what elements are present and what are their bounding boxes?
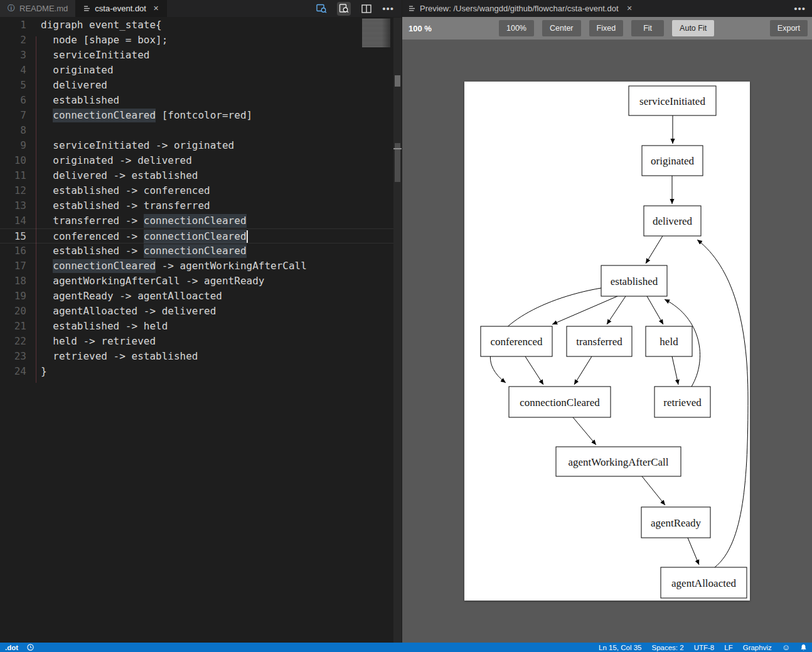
code-line: 3 serviceInitiated (0, 48, 393, 63)
state-diagram: serviceInitiated originated delivered es… (464, 82, 750, 601)
edge-connectionCleared-agentWorkingAfterCall (573, 417, 596, 445)
cursor-position[interactable]: Ln 15, Col 35 (599, 644, 641, 651)
auto-fit-button[interactable]: Auto Fit (672, 20, 714, 36)
code-line: 23 retrieved -> established (0, 349, 393, 364)
edge-agentWorkingAfterCall-agentReady (642, 476, 665, 505)
svg-text:established: established (611, 275, 658, 287)
edge-conferenced-connectionCleared (525, 356, 543, 385)
tab-readme[interactable]: ⓘ README.md (0, 0, 76, 17)
edge-established-held (647, 296, 663, 324)
eol-setting[interactable]: LF (724, 644, 732, 651)
indentation-setting[interactable]: Spaces: 2 (652, 644, 684, 651)
code-line: 13 established -> transferred (0, 198, 393, 213)
svg-text:originated: originated (651, 155, 694, 167)
node-serviceInitiated: serviceInitiated (629, 86, 716, 115)
editor-scrollbar[interactable] (393, 18, 402, 643)
file-type-indicator[interactable]: .dot (5, 644, 18, 651)
svg-text:delivered: delivered (653, 215, 693, 227)
code-line: 5 delivered (0, 78, 393, 93)
node-held: held (646, 326, 692, 356)
preview-toolbar-buttons: 100% Center Fixed Fit Auto Fit (499, 20, 714, 36)
more-actions-icon[interactable]: ••• (382, 6, 394, 12)
zoom-level-label: 100 % (409, 17, 432, 40)
code-line: 9 serviceInitiated -> originated (0, 138, 393, 153)
clock-icon[interactable] (27, 644, 34, 651)
code-line: 11 delivered -> established (0, 168, 393, 183)
close-preview-icon[interactable]: ✕ (627, 4, 633, 13)
notifications-bell-icon[interactable] (800, 644, 807, 651)
language-mode[interactable]: Graphviz (743, 644, 772, 651)
export-button[interactable]: Export (770, 20, 808, 36)
open-preview-icon[interactable] (314, 2, 328, 16)
node-agentWorkingAfterCall: agentWorkingAfterCall (556, 447, 681, 476)
node-connectionCleared: connectionCleared (509, 387, 611, 417)
preview-pane: Preview: /Users/wangdd/github/flowchar/c… (402, 0, 812, 643)
edge-held-retrieved (672, 356, 678, 385)
info-icon: ⓘ (8, 3, 15, 14)
node-transferred: transferred (567, 326, 632, 356)
tab-csta-event-dot[interactable]: csta-event.dot ✕ (76, 0, 167, 17)
code-line: 2 node [shape = box]; (0, 33, 393, 48)
code-line: 12 established -> conferenced (0, 183, 393, 198)
code-line: 21 established -> held (0, 319, 393, 334)
svg-text:held: held (660, 336, 678, 348)
code-editor[interactable]: 1digraph event_state{ 2 node [shape = bo… (0, 18, 393, 643)
code-line: 14 transferred -> connectionCleared (0, 213, 393, 228)
feedback-smiley-icon[interactable]: ☺ (782, 643, 790, 652)
code-line: 16 established -> connectionCleared (0, 243, 393, 259)
svg-text:transferred: transferred (576, 336, 622, 348)
status-bar: .dot Ln 15, Col 35 Spaces: 2 UTF-8 LF Gr… (0, 643, 812, 652)
svg-text:serviceInitiated: serviceInitiated (639, 95, 705, 107)
code-line: 20 agentAlloacted -> delivered (0, 304, 393, 319)
svg-text:agentReady: agentReady (651, 517, 702, 529)
preview-file-icon (409, 5, 415, 12)
code-line: 4 originated (0, 63, 393, 78)
svg-text:conferenced: conferenced (490, 336, 543, 348)
edge-transferred-connectionCleared (574, 356, 592, 385)
svg-text:agentAlloacted: agentAlloacted (671, 577, 736, 589)
center-button[interactable]: Center (542, 20, 581, 36)
fixed-button[interactable]: Fixed (589, 20, 624, 36)
editor-tab-bar: ⓘ README.md csta-event.dot ✕ (0, 0, 402, 17)
node-retrieved: retrieved (654, 387, 710, 417)
text-cursor (247, 230, 248, 243)
minimap[interactable] (362, 19, 390, 48)
code-line: 1digraph event_state{ (0, 18, 393, 33)
edge-established-conferenced (552, 296, 617, 324)
preview-toolbar: 100 % 100% Center Fixed Fit Auto Fit Exp… (402, 17, 812, 40)
code-line: 7 connectionCleared [fontcolor=red] (0, 108, 393, 123)
code-line: 18 agentWorkingAfterCall -> agentReady (0, 274, 393, 289)
preview-more-actions-icon[interactable]: ••• (794, 6, 806, 12)
preview-body[interactable]: serviceInitiated originated delivered es… (402, 40, 812, 643)
open-preview-side-icon[interactable] (337, 2, 351, 16)
close-tab-icon[interactable]: ✕ (153, 4, 159, 13)
code-line: 10 originated -> delivered (0, 153, 393, 168)
svg-text:connectionCleared: connectionCleared (520, 397, 600, 409)
tab-label: csta-event.dot (95, 4, 146, 13)
edge-delivered-established (646, 236, 663, 264)
code-line: 19 agentReady -> agentAlloacted (0, 289, 393, 304)
node-established: established (601, 265, 667, 296)
node-originated: originated (642, 146, 703, 176)
zoom-100-button[interactable]: 100% (499, 20, 534, 36)
scrollbar-thumb[interactable] (395, 75, 400, 87)
vscode-window: ⓘ README.md csta-event.dot ✕ (0, 0, 812, 652)
svg-text:agentWorkingAfterCall: agentWorkingAfterCall (568, 456, 668, 468)
preview-tab[interactable]: Preview: /Users/wangdd/github/flowchar/c… (409, 4, 633, 13)
node-agentReady: agentReady (641, 507, 710, 538)
editor-pane: ⓘ README.md csta-event.dot ✕ (0, 0, 402, 643)
editor-actions: ••• (314, 0, 402, 17)
tab-label: README.md (19, 4, 68, 13)
edge-agentReady-agentAlloacted (688, 538, 699, 565)
fit-button[interactable]: Fit (631, 20, 664, 36)
preview-tab-bar: Preview: /Users/wangdd/github/flowchar/c… (402, 0, 812, 17)
preview-title: Preview: /Users/wangdd/github/flowchar/c… (420, 4, 619, 13)
svg-text:retrieved: retrieved (663, 397, 702, 409)
code-line-current: 15 conferenced -> connectionCleared (0, 228, 393, 243)
node-conferenced: conferenced (481, 326, 552, 356)
code-line: 22 held -> retrieved (0, 334, 393, 349)
code-line: 6 established (0, 93, 393, 108)
split-editor-icon[interactable] (360, 2, 373, 16)
code-line: 24} (0, 364, 393, 379)
encoding-setting[interactable]: UTF-8 (694, 644, 715, 651)
